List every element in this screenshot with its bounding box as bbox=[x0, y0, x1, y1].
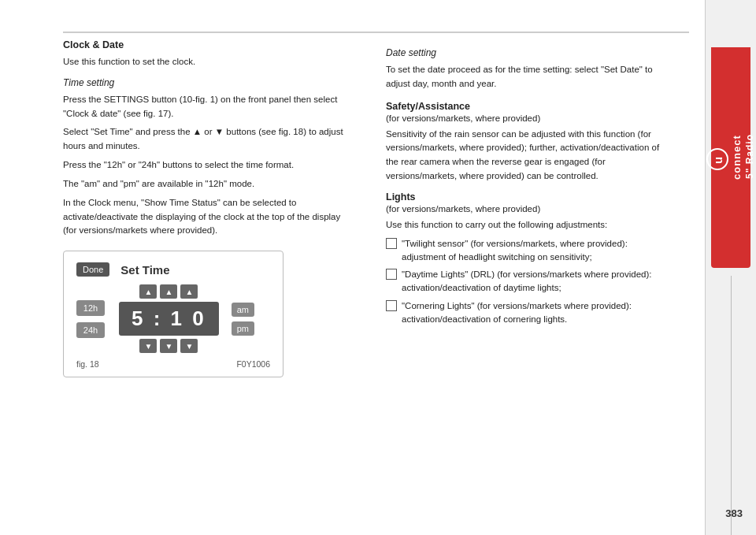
right-sidebar: u connect 5" Radio 383 bbox=[705, 0, 756, 535]
brand-connect: connect bbox=[731, 136, 743, 180]
lights-intro: Use this function to carry out the follo… bbox=[386, 218, 669, 232]
set-time-label: Set Time bbox=[120, 263, 169, 277]
sidebar-line bbox=[731, 276, 732, 535]
fig-number: fig. 18 bbox=[76, 359, 99, 369]
safety-title: Safety/Assistance bbox=[386, 101, 669, 112]
bullet-text-1: "Twilight sensor" (for versions/markets,… bbox=[402, 237, 669, 265]
two-column-layout: Clock & Date Use this function to set th… bbox=[63, 39, 689, 519]
12h-button[interactable]: 12h bbox=[76, 300, 105, 316]
bullet-3: "Cornering Lights" (for versions/markets… bbox=[386, 299, 669, 327]
min2-up-arrow[interactable]: ▲ bbox=[180, 284, 198, 299]
para-3: Press the "12h" or "24h" buttons to sele… bbox=[63, 158, 354, 173]
intro-text: Use this function to set the clock. bbox=[63, 55, 354, 69]
main-content: Clock & Date Use this function to set th… bbox=[0, 0, 705, 535]
page-number: 383 bbox=[725, 507, 743, 519]
bullet-icon-1 bbox=[386, 238, 397, 249]
hour-up-arrow[interactable]: ▲ bbox=[139, 284, 157, 299]
min1-up-arrow[interactable]: ▲ bbox=[160, 284, 177, 299]
bullet-icon-3 bbox=[386, 300, 397, 311]
sidebar-inner: u connect 5" Radio 383 bbox=[711, 0, 750, 535]
24h-button[interactable]: 24h bbox=[76, 322, 105, 338]
page-container: Clock & Date Use this function to set th… bbox=[0, 0, 756, 535]
up-arrows: ▲ ▲ ▲ bbox=[139, 284, 198, 299]
date-setting-label: Date setting bbox=[386, 47, 669, 58]
figure-caption: fig. 18 F0Y1006 bbox=[76, 359, 270, 369]
left-column: Clock & Date Use this function to set th… bbox=[63, 39, 354, 519]
section-title: Clock & Date bbox=[63, 39, 354, 50]
top-divider bbox=[63, 32, 689, 33]
date-setting-text: To set the date proceed as for the time … bbox=[386, 63, 669, 91]
u-logo: u bbox=[707, 148, 729, 170]
time-setting-label: Time setting bbox=[63, 77, 354, 88]
done-button[interactable]: Done bbox=[76, 262, 109, 277]
bullet-icon-2 bbox=[386, 269, 397, 280]
bullet-1: "Twilight sensor" (for versions/markets,… bbox=[386, 237, 669, 265]
safety-text: Sensitivity of the rain sensor can be ad… bbox=[386, 128, 669, 184]
figure-box: Done Set Time 12h 24h bbox=[63, 251, 284, 377]
pm-button[interactable]: pm bbox=[232, 321, 254, 336]
para-1: Press the SETTINGS button (10-fig. 1) on… bbox=[63, 93, 354, 121]
bullet-text-3: "Cornering Lights" (for versions/markets… bbox=[402, 299, 669, 327]
time-display: 5 : 1 0 bbox=[119, 302, 219, 336]
lights-title: Lights bbox=[386, 191, 669, 202]
hour-down-arrow[interactable]: ▼ bbox=[139, 339, 157, 353]
fig-code: F0Y1006 bbox=[236, 359, 270, 369]
ampm-buttons: am pm bbox=[232, 303, 254, 336]
sidebar-tab: u connect 5" Radio bbox=[711, 47, 750, 268]
brand-size: 5" Radio bbox=[744, 133, 755, 178]
min2-down-arrow[interactable]: ▼ bbox=[180, 339, 198, 353]
safety-sub: (for versions/markets, where provided) bbox=[386, 113, 669, 123]
para-4: The "am" and "pm" are available in "12h"… bbox=[63, 177, 354, 191]
display-header: Done Set Time bbox=[76, 262, 270, 277]
bullet-text-2: "Daytime Lights" (DRL) (for versions/mar… bbox=[402, 268, 669, 295]
para-5: In the Clock menu, "Show Time Status" ca… bbox=[63, 196, 354, 238]
para-2: Select "Set Time" and press the ▲ or ▼ b… bbox=[63, 125, 354, 154]
lights-sub: (for versions/markets, where provided) bbox=[386, 204, 669, 214]
down-arrows: ▼ ▼ ▼ bbox=[139, 339, 198, 353]
am-button[interactable]: am bbox=[232, 303, 254, 317]
bullet-2: "Daytime Lights" (DRL) (for versions/mar… bbox=[386, 268, 669, 295]
right-column: Date setting To set the date proceed as … bbox=[378, 39, 669, 519]
mode-buttons: 12h 24h bbox=[76, 300, 105, 338]
min1-down-arrow[interactable]: ▼ bbox=[160, 339, 177, 353]
